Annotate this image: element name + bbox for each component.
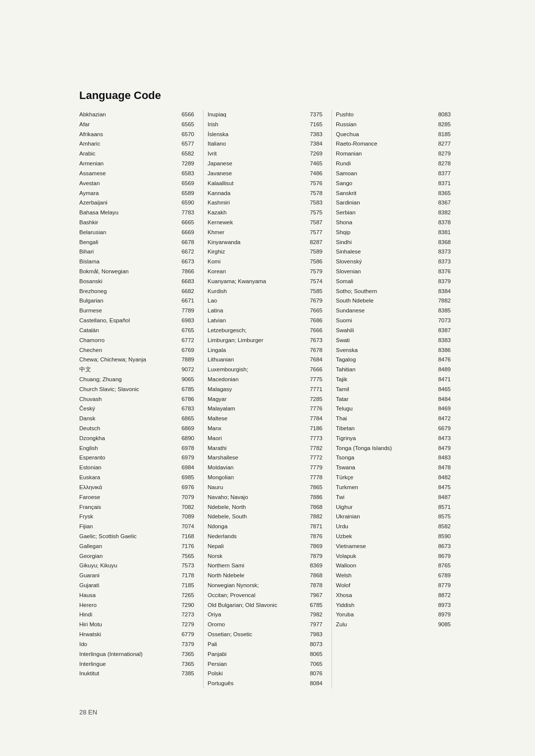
language-name: Fijian <box>79 522 175 531</box>
table-row: Yoruba8979 <box>336 610 451 620</box>
language-code: 7869 <box>304 542 322 551</box>
language-code: 6985 <box>175 473 194 482</box>
language-code: 6566 <box>175 110 194 119</box>
table-row: North Ndebele7868 <box>208 571 322 581</box>
language-code: 6890 <box>175 434 194 443</box>
language-code: 8277 <box>432 140 451 149</box>
table-row: Volapuk8679 <box>336 552 451 561</box>
table-row: Bashkir6665 <box>79 218 194 228</box>
table-row: Kannada7578 <box>208 189 322 199</box>
language-code: 6786 <box>175 395 194 404</box>
table-row: Burmese7789 <box>79 306 194 316</box>
table-row: Pali8073 <box>208 640 322 650</box>
language-code: 7073 <box>432 316 451 325</box>
table-row: Assamese6583 <box>79 169 194 179</box>
language-name: Luxembourgish; <box>208 365 304 374</box>
language-code: 8465 <box>432 385 451 394</box>
table-row: Norwegian Nynorsk;7878 <box>208 581 322 591</box>
table-row: Afrikaans6570 <box>79 130 194 140</box>
table-row: Kashmiri7583 <box>208 198 322 208</box>
language-code: 8484 <box>432 395 451 404</box>
language-code: 8378 <box>432 218 451 227</box>
language-code: 8373 <box>432 248 451 256</box>
language-code: 8383 <box>432 336 451 345</box>
language-code: 7565 <box>175 552 194 561</box>
table-row: Ukrainian8575 <box>336 512 451 522</box>
language-code: 8386 <box>432 346 451 355</box>
language-code: 7165 <box>304 120 322 129</box>
table-row: Turkmen8475 <box>336 483 451 493</box>
language-code: 6785 <box>304 601 322 610</box>
table-row: Lithuanian7684 <box>208 355 322 365</box>
language-code: 8590 <box>432 532 451 541</box>
language-code: 6785 <box>175 385 194 394</box>
language-code: 8376 <box>432 267 451 276</box>
language-name: Hiri Motu <box>79 620 175 629</box>
language-code: 7772 <box>304 454 322 462</box>
table-row: Rundi8278 <box>336 159 451 169</box>
language-code: 7575 <box>304 208 322 217</box>
language-name: Macedonian <box>208 375 304 384</box>
table-row: Tatar8484 <box>336 395 451 404</box>
table-row: Samoan8377 <box>336 169 451 179</box>
language-name: Chamorro <box>79 336 175 345</box>
language-code: 6978 <box>175 444 194 453</box>
language-name: Japanese <box>208 159 304 168</box>
table-row: Bengali6678 <box>79 238 194 248</box>
language-code: 8571 <box>432 503 451 512</box>
table-row: Ndonga7871 <box>208 522 322 532</box>
language-name: Shqip <box>336 228 432 237</box>
table-row: Russian8285 <box>336 120 451 130</box>
language-code: 8065 <box>304 650 322 659</box>
language-name: Lao <box>208 297 304 305</box>
language-code: 7778 <box>304 473 322 482</box>
language-name: Sundanese <box>336 306 432 315</box>
language-name: Dansk <box>79 414 175 423</box>
table-row: Magyar7285 <box>208 395 322 404</box>
language-code: 7384 <box>304 140 322 149</box>
language-code: 7868 <box>304 503 322 512</box>
language-name: Wolof <box>336 581 432 590</box>
language-code: 7573 <box>175 561 194 570</box>
language-name: Marshallese <box>208 454 304 462</box>
language-code: 6569 <box>175 179 194 188</box>
table-row: Walloon8765 <box>336 561 451 571</box>
table-row: Limburgan; Limburger7673 <box>208 336 322 346</box>
language-code: 8472 <box>432 414 451 423</box>
language-code: 6673 <box>175 257 194 266</box>
language-code: 7866 <box>175 267 194 276</box>
language-code: 8367 <box>432 199 451 207</box>
table-row: Kurdish7585 <box>208 287 322 297</box>
language-name: Sotho; Southern <box>336 287 432 296</box>
language-name: Northern Sami <box>208 561 304 570</box>
table-row: Afar6565 <box>79 120 194 130</box>
language-code: 6583 <box>175 169 194 178</box>
language-name: Russian <box>336 120 432 129</box>
language-name: Português <box>208 679 304 688</box>
table-row: Svenska8386 <box>336 346 451 355</box>
language-name: Latina <box>208 306 304 315</box>
table-row: Bislama6673 <box>79 257 194 267</box>
language-code: 8073 <box>304 640 322 649</box>
language-code: 8483 <box>432 454 451 462</box>
language-name: Belarusian <box>79 228 175 237</box>
language-name: Malayalam <box>208 404 304 413</box>
table-row: Kernewek7587 <box>208 218 322 228</box>
language-code: 8582 <box>432 522 451 531</box>
table-row: Ελληνικά6976 <box>79 483 194 493</box>
language-code: 8384 <box>432 287 451 296</box>
language-code: 6979 <box>175 454 194 462</box>
language-code: 7871 <box>304 522 322 531</box>
table-row: Malagasy7771 <box>208 385 322 395</box>
table-row: Catalán6765 <box>79 326 194 336</box>
language-name: Persian <box>208 660 304 669</box>
language-name: South Ndebele <box>336 297 432 305</box>
table-row: Amharic6577 <box>79 139 194 149</box>
table-row: Sinhalese8373 <box>336 247 451 257</box>
language-code: 8379 <box>432 277 451 286</box>
language-name: Svenska <box>336 346 432 355</box>
language-name: Church Slavic; Slavonic <box>79 385 175 394</box>
table-row: Zulu9085 <box>336 620 451 630</box>
language-name: Amharic <box>79 140 175 149</box>
language-name: Inupiaq <box>208 110 304 119</box>
